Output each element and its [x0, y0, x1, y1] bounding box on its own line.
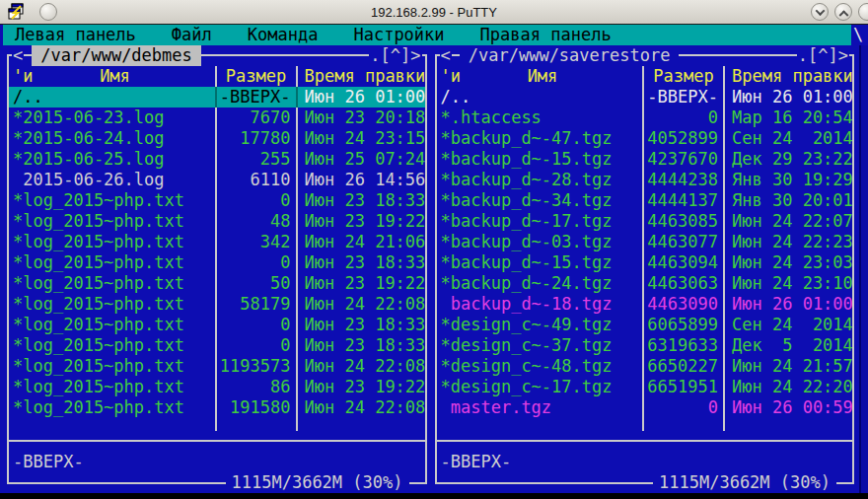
file-row[interactable]: *design_c~-37.tgz6319633Дек 5 2014 [437, 335, 853, 356]
file-row[interactable]: *log_2015~php.txt58179Июн 24 22:08 [9, 294, 425, 315]
file-row[interactable]: *log_2015~php.txt0Июн 23 18:33 [9, 315, 425, 335]
column-header-name[interactable]: Имя [15, 66, 214, 87]
menu-item-3[interactable]: Настройки [349, 25, 448, 45]
column-header-row: 'и Имя Размер Время правки [9, 66, 425, 87]
maximize-button[interactable] [834, 3, 852, 21]
panel-top-controls[interactable]: .[^]> [797, 45, 849, 66]
file-row[interactable]: *backup_d~-28.tgz4444238Янв 30 19:29 [437, 170, 853, 190]
file-row[interactable]: *2015-06-24.log17780Июн 24 23:15 [9, 128, 425, 149]
file-row[interactable]: /..-ВВЕРХ-Июн 26 01:00 [437, 87, 853, 107]
file-size: 4237670 [642, 149, 723, 170]
file-row[interactable]: *log_2015~php.txt1193573Июн 24 22:08 [9, 356, 425, 377]
window-title: 192.168.2.99 - PuTTY [0, 5, 868, 20]
file-name: *backup_d~-15.tgz [437, 149, 643, 170]
file-size: 0 [215, 252, 296, 273]
file-row[interactable]: *log_2015~php.txt191580Июн 24 22:08 [9, 397, 425, 418]
file-name: *backup_d~-47.tgz [437, 128, 643, 149]
file-name: *log_2015~php.txt [9, 377, 215, 397]
file-date: Июн 26 01:00 [723, 87, 852, 107]
file-row[interactable]: backup_d~-18.tgz4463090Июн 26 01:00 [437, 294, 853, 315]
file-name: *log_2015~php.txt [9, 397, 215, 418]
file-name: *2015-06-24.log [9, 128, 215, 149]
menu-item-0[interactable]: Левая панель [11, 25, 140, 45]
file-name: /.. [437, 87, 643, 107]
history-back-control[interactable]: < [440, 45, 452, 66]
file-row[interactable]: *log_2015~php.txt0Июн 23 18:33 [9, 252, 425, 273]
file-date: Янв 30 20:01 [723, 190, 852, 211]
file-size: 0 [642, 107, 723, 128]
file-name: *log_2015~php.txt [9, 252, 215, 273]
file-size: 4444137 [642, 190, 723, 211]
terminal-scrollbar[interactable] [859, 45, 868, 493]
column-header-name[interactable]: Имя [443, 66, 642, 87]
file-row[interactable]: *log_2015~php.txt0Июн 23 18:33 [9, 190, 425, 211]
file-row[interactable]: *backup_d~-34.tgz4444137Янв 30 20:01 [437, 190, 853, 211]
file-size: 191580 [215, 397, 296, 418]
file-date: Июн 23 19:22 [296, 211, 425, 232]
file-size: 6651951 [642, 377, 723, 397]
file-name: *.htaccess [437, 107, 643, 128]
file-row[interactable]: *design_c~-48.tgz6650227Июн 24 21:57 [437, 356, 853, 377]
file-row[interactable]: *design_c~-49.tgz6065899Сен 24 2014 [437, 315, 853, 335]
file-date: Июн 26 00:59 [723, 397, 852, 418]
file-name: *design_c~-37.tgz [437, 335, 643, 356]
file-row[interactable]: master.tgz0Июн 26 00:59 [437, 397, 853, 418]
file-date: Дек 29 23:22 [723, 149, 852, 170]
file-row[interactable]: *backup_d~-24.tgz4463063Июн 24 23:10 [437, 273, 853, 294]
file-date: Июн 23 18:33 [296, 335, 425, 356]
left-panel-path[interactable]: /var/www/debmes [32, 45, 201, 66]
column-header-mtime[interactable]: Время правки [296, 66, 425, 87]
file-name: master.tgz [437, 397, 643, 418]
file-row[interactable]: *log_2015~php.txt0Июн 23 18:33 [9, 335, 425, 356]
column-header-size[interactable]: Размер [642, 66, 723, 87]
file-row[interactable]: *backup_d~-15.tgz4463094Июн 24 23:03 [437, 252, 853, 273]
file-size: 4463077 [642, 232, 723, 252]
file-row[interactable]: /..-ВВЕРХ-Июн 26 01:00 [9, 87, 425, 107]
file-row[interactable]: *backup_d~-03.tgz4463077Июн 24 22:23 [437, 232, 853, 252]
minimize-button[interactable] [811, 3, 829, 21]
file-date: Июн 23 19:22 [296, 273, 425, 294]
file-date: Июн 24 22:07 [723, 211, 852, 232]
file-size: 4463063 [642, 273, 723, 294]
file-name: /.. [9, 87, 215, 107]
window-menu-button[interactable] [39, 3, 57, 21]
panel-top-controls[interactable]: .[^]> [369, 45, 421, 66]
menu-item-1[interactable]: Файл [168, 25, 216, 45]
close-button[interactable] [858, 3, 868, 21]
file-date: Июн 24 22:23 [723, 232, 852, 252]
file-row[interactable]: *backup_d~-47.tgz4052899Сен 24 2014 [437, 128, 853, 149]
file-date: Июн 24 22:20 [723, 377, 852, 397]
menu-item-2[interactable]: Команда [244, 25, 323, 45]
file-row[interactable]: *backup_d~-15.tgz4237670Дек 29 23:22 [437, 149, 853, 170]
command-line-strip[interactable] [0, 493, 868, 499]
file-row[interactable]: *log_2015~php.txt342Июн 24 21:06 [9, 232, 425, 252]
file-name: *design_c~-48.tgz [437, 356, 643, 377]
menu-item-4[interactable]: Правая панель [476, 25, 615, 45]
file-name: *log_2015~php.txt [9, 356, 215, 377]
column-header-size[interactable]: Размер [215, 66, 296, 87]
file-row[interactable]: *2015-06-25.log255Июн 25 07:24 [9, 149, 425, 170]
file-row[interactable]: *2015-06-23.log7670Июн 23 20:18 [9, 107, 425, 128]
history-back-control[interactable]: < [12, 45, 24, 66]
file-date: Июн 23 18:33 [296, 190, 425, 211]
file-row[interactable]: *log_2015~php.txt50Июн 23 19:22 [9, 273, 425, 294]
file-date: Янв 30 19:29 [723, 170, 852, 190]
file-date: Июн 26 01:00 [723, 294, 852, 315]
file-row[interactable]: *design_c~-17.tgz6651951Июн 24 22:20 [437, 377, 853, 397]
file-size: 342 [215, 232, 296, 252]
file-row[interactable]: *.htaccess0Мар 16 20:54 [437, 107, 853, 128]
file-row[interactable]: *log_2015~php.txt86Июн 23 19:22 [9, 377, 425, 397]
file-name: *log_2015~php.txt [9, 273, 215, 294]
file-row[interactable]: *log_2015~php.txt48Июн 23 19:22 [9, 211, 425, 232]
file-size: 6319633 [642, 335, 723, 356]
file-name: *2015-06-23.log [9, 107, 215, 128]
file-name: *log_2015~php.txt [9, 335, 215, 356]
file-row[interactable]: *backup_d~-17.tgz4463085Июн 24 22:07 [437, 211, 853, 232]
right-panel-path[interactable]: /var/www/saverestore [460, 45, 680, 66]
titlebar: 192.168.2.99 - PuTTY [0, 0, 868, 25]
putty-app-icon[interactable] [8, 2, 28, 22]
column-header-mtime[interactable]: Время правки [723, 66, 852, 87]
file-name: *log_2015~php.txt [9, 190, 215, 211]
file-date: Июн 24 22:08 [296, 397, 425, 418]
file-row[interactable]: 2015-06-26.log6110Июн 26 14:56 [9, 170, 425, 190]
